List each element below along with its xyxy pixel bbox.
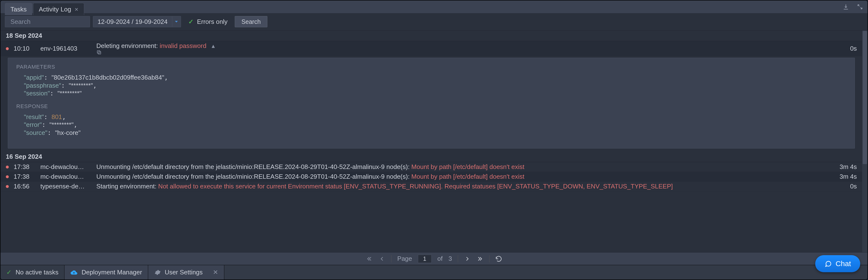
chevron-up-icon[interactable]: ▴ xyxy=(212,42,215,50)
close-icon[interactable]: ✕ xyxy=(213,269,218,276)
pager: Page of 3 xyxy=(0,252,868,265)
log-message: Deleting environment: invalid password ▴ xyxy=(96,42,823,55)
log-message: Starting environment: Not allowed to exe… xyxy=(96,183,823,190)
tasks-status: No active tasks xyxy=(16,269,58,276)
check-icon: ✓ xyxy=(188,18,194,26)
next-page-button[interactable] xyxy=(464,255,471,262)
log-row[interactable]: 16:56 typesense-de… Starting environment… xyxy=(0,181,862,191)
log-time: 17:38 xyxy=(13,163,35,171)
chat-button[interactable]: Chat xyxy=(815,255,860,272)
log-message: Unmounting /etc/default directory from t… xyxy=(96,173,823,180)
separator xyxy=(489,255,490,262)
error-dot-icon xyxy=(6,47,9,50)
deployment-manager-pane[interactable]: Deployment Manager xyxy=(64,265,148,280)
log-env: env-1961403 xyxy=(40,45,91,52)
download-icon[interactable] xyxy=(843,4,849,10)
first-page-button[interactable] xyxy=(366,255,373,262)
log-duration: 3m 4s xyxy=(828,173,857,180)
error-dot-icon xyxy=(6,166,9,168)
chevron-down-icon[interactable] xyxy=(172,16,181,27)
tasks-pane[interactable]: ✓ No active tasks xyxy=(0,265,64,280)
log-duration: 0s xyxy=(828,45,857,52)
copy-icon[interactable] xyxy=(96,50,823,55)
log-time: 10:10 xyxy=(13,45,35,52)
total-pages: 3 xyxy=(448,255,452,262)
gear-icon xyxy=(154,269,161,276)
user-settings-pane[interactable]: User Settings ✕ xyxy=(148,265,224,280)
response-block: "result": 801, "error": "********", "sou… xyxy=(16,113,846,137)
log-scroll-area[interactable]: 18 Sep 2024 10:10 env-1961403 Deleting e… xyxy=(0,30,862,252)
scrollbar-thumb[interactable] xyxy=(863,31,867,164)
tab-label: Tasks xyxy=(10,6,27,13)
svg-rect-2 xyxy=(97,51,100,53)
tab-tasks[interactable]: Tasks xyxy=(5,3,32,15)
log-env: typesense-de… xyxy=(40,183,91,190)
toolbar: 12-09-2024 / 19-09-2024 ✓ Errors only Se… xyxy=(0,13,868,30)
separator xyxy=(391,255,392,262)
check-icon: ✓ xyxy=(6,269,12,276)
log-env: mc-dewaclou… xyxy=(40,173,91,180)
log-duration: 3m 4s xyxy=(828,163,857,171)
log-error-text: invalid password xyxy=(160,42,206,50)
parameters-heading: PARAMETERS xyxy=(16,64,846,70)
scrollbar[interactable] xyxy=(862,30,868,252)
deployment-manager-label: Deployment Manager xyxy=(82,269,142,276)
log-time: 17:38 xyxy=(13,173,35,180)
parameters-block: "appid": "80e26b137c1b8dbcb02d09ffee36ab… xyxy=(16,74,846,97)
date-group-header: 16 Sep 2024 xyxy=(0,151,862,162)
tabs: Tasks Activity Log ✕ xyxy=(5,3,85,15)
search-input[interactable] xyxy=(10,18,90,26)
log-error-text: Mount by path [/etc/default] doesn't exi… xyxy=(411,163,525,170)
prev-page-button[interactable] xyxy=(378,255,385,262)
date-range-value: 12-09-2024 / 19-09-2024 xyxy=(93,18,172,26)
errors-only-toggle[interactable]: ✓ Errors only xyxy=(184,16,232,27)
log-env: mc-dewaclou… xyxy=(40,163,91,171)
log-details-panel: PARAMETERS "appid": "80e26b137c1b8dbcb02… xyxy=(8,58,855,148)
user-settings-label: User Settings xyxy=(165,269,203,276)
page-label: Page xyxy=(397,255,412,262)
error-dot-icon xyxy=(6,175,9,178)
status-bar: ✓ No active tasks Deployment Manager Use… xyxy=(0,265,868,280)
log-duration: 0s xyxy=(828,183,857,190)
search-box[interactable] xyxy=(5,16,90,27)
log-row[interactable]: 17:38 mc-dewaclou… Unmounting /etc/defau… xyxy=(0,162,862,172)
errors-only-label: Errors only xyxy=(197,18,228,26)
date-range[interactable]: 12-09-2024 / 19-09-2024 xyxy=(93,16,181,27)
log-error-text: Not allowed to execute this service for … xyxy=(158,183,673,190)
chat-icon xyxy=(825,260,832,267)
last-page-button[interactable] xyxy=(476,255,484,262)
search-button[interactable]: Search xyxy=(235,16,267,27)
log-body: 18 Sep 2024 10:10 env-1961403 Deleting e… xyxy=(0,30,868,252)
response-heading: RESPONSE xyxy=(16,103,846,110)
close-icon[interactable]: ✕ xyxy=(74,6,79,12)
log-error-text: Mount by path [/etc/default] doesn't exi… xyxy=(411,173,525,180)
log-message: Unmounting /etc/default directory from t… xyxy=(96,163,823,171)
log-row[interactable]: 17:38 mc-dewaclou… Unmounting /etc/defau… xyxy=(0,172,862,181)
tab-label: Activity Log xyxy=(39,6,71,13)
cloud-upload-icon xyxy=(70,269,78,276)
log-row[interactable]: 10:10 env-1961403 Deleting environment: … xyxy=(0,41,862,56)
window-bar xyxy=(0,0,868,13)
error-dot-icon xyxy=(6,185,9,188)
chat-label: Chat xyxy=(836,259,851,268)
log-time: 16:56 xyxy=(13,183,35,190)
of-label: of xyxy=(437,255,443,262)
tab-activity-log[interactable]: Activity Log ✕ xyxy=(33,3,84,15)
svg-rect-1 xyxy=(98,51,101,54)
refresh-button[interactable] xyxy=(495,255,502,262)
fullscreen-icon[interactable] xyxy=(857,4,863,10)
date-group-header: 18 Sep 2024 xyxy=(0,30,862,41)
page-input[interactable] xyxy=(418,255,432,263)
